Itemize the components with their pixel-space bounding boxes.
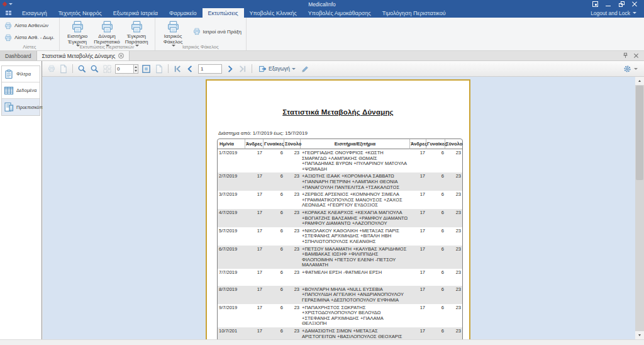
zoom-value-input[interactable] — [115, 64, 134, 74]
export-button[interactable]: Εξαγωγή — [257, 64, 297, 74]
table-header-cell: Άνδρες — [245, 139, 264, 149]
cell-total2: 23 — [445, 327, 462, 339]
cell-women: 6 — [264, 209, 284, 227]
scroll-down-button[interactable] — [635, 331, 644, 339]
tab-statistics-report[interactable]: Στατιστικά Μεταβολής Δύναμης — [37, 51, 130, 60]
table-header-cell: Εισιτήρια/Εξιτήρια — [301, 139, 410, 149]
edit-pencil-icon[interactable] — [301, 64, 310, 74]
zoom-out-icon[interactable] — [77, 64, 87, 74]
approval-extension-button[interactable]: Έγκριση Παράταση — [122, 20, 152, 47]
settings-gear-icon[interactable] — [623, 65, 631, 73]
cell-men2: 17 — [410, 327, 426, 339]
cell-women: 6 — [264, 246, 284, 269]
cell-men: 17 — [245, 269, 264, 286]
logout-and-lock-button[interactable]: Logout and Lock — [591, 8, 644, 18]
patients-list-label: Λίστα Ασθενών — [14, 23, 48, 28]
cell-date: 4/7/2019 — [218, 209, 245, 227]
medical-record-button[interactable]: Ιατρικός Φάκελος — [158, 20, 188, 47]
export-caret-icon — [292, 68, 296, 70]
spinner-down-icon[interactable] — [135, 70, 137, 72]
minimize-button[interactable] — [606, 1, 611, 7]
document-tab-strip: Dashboard Στατιστικά Μεταβολής Δύναμης — [0, 51, 644, 61]
ribbon-tab-1[interactable]: Τεχνητός Νεφρός — [53, 8, 108, 18]
cell-names: +ΠΕΤΣΟΥ ΜΑΛΑΜΑΤΗ +ΚΑΛΥΒΑΣ ΧΑΡΙΔΗΜΟΣ +ΒΑΜ… — [301, 246, 410, 269]
page-number-input[interactable] — [198, 64, 222, 74]
ribbon-tab-0[interactable]: Εισαγωγή — [16, 8, 53, 18]
cell-women2: 6 — [426, 327, 445, 339]
spinner-up-icon[interactable] — [135, 66, 137, 68]
ribbon-tab-7[interactable]: Τιμολόγηση Περιστατικού — [377, 8, 452, 18]
first-page-icon[interactable] — [173, 64, 182, 74]
ribbon-tab-4[interactable]: Εκτυπώσεις — [203, 8, 244, 18]
restore-button[interactable] — [619, 1, 625, 7]
cell-total: 23 — [284, 304, 301, 327]
page-setup-icon[interactable] — [58, 64, 68, 74]
fit-page-icon[interactable] — [142, 64, 151, 74]
ribbon-tab-3[interactable]: Φαρμακείο — [164, 8, 202, 18]
cell-date: 1/7/2019 — [218, 149, 245, 172]
table-row: 8/7/201917623+ΒΟΥΛΓΑΡΗ ΜΗΛΙΑ +NULL ΕΥΣΕΒ… — [218, 286, 462, 304]
tray-window-icon[interactable] — [592, 1, 598, 7]
zoom-in-icon[interactable] — [90, 64, 99, 74]
clipboard-icon — [4, 69, 14, 79]
cell-women2: 6 — [426, 172, 445, 191]
cell-total2: 23 — [445, 172, 462, 191]
printer-icon — [101, 20, 114, 33]
qat-dropdown-icon[interactable] — [9, 3, 13, 5]
multipage-view-icon[interactable] — [103, 64, 112, 74]
tab-dashboard-label: Dashboard — [5, 53, 31, 59]
cell-total2: 23 — [445, 209, 462, 227]
tab-close-icon[interactable] — [118, 53, 124, 59]
cell-women2: 6 — [426, 209, 445, 227]
last-page-icon[interactable] — [238, 64, 247, 74]
scroll-up-button[interactable] — [635, 77, 644, 85]
ticket-approval-button[interactable]: Εισιτήριο Έγκριση — [63, 20, 92, 47]
table-row: 6/7/201917623+ΠΕΤΣΟΥ ΜΑΛΑΜΑΤΗ +ΚΑΛΥΒΑΣ Χ… — [218, 246, 462, 269]
close-button[interactable] — [632, 1, 638, 7]
approval-extension-label: Έγκριση Παράταση — [123, 33, 151, 45]
patients-rooms-list-label: Λίστα Ασθ. - Δωμ. — [14, 35, 55, 40]
toolbar-separator — [168, 64, 169, 73]
cell-men2: 17 — [410, 209, 426, 227]
application-menu-icon[interactable] — [0, 8, 16, 18]
next-page-icon[interactable] — [225, 64, 235, 74]
side-tab-filters[interactable]: Φίλτρα — [2, 66, 40, 82]
patients-rooms-list-button[interactable]: Λίστα Ασθ. - Δωμ. — [3, 33, 56, 42]
cell-total: 23 — [284, 149, 301, 172]
close-panel-icon[interactable] — [634, 54, 639, 59]
cell-total2: 23 — [445, 149, 462, 172]
ribbon-tab-5[interactable]: Υποβολές Κλινικής — [244, 8, 303, 18]
medical-record-label: Ιατρικός Φάκελος — [159, 33, 187, 45]
table-row: 1/7/201917623+ΓΕΩΡΓΙΑΔΗΣ ΟΝΟΥΦΡΙΟΣ +ΚΩΣΤ… — [218, 149, 462, 172]
tab-dashboard[interactable]: Dashboard — [0, 51, 37, 60]
cell-total2: 23 — [445, 269, 462, 286]
pin-panel-icon[interactable] — [622, 52, 629, 59]
printer-icon — [167, 20, 180, 33]
force-incident-button[interactable]: Δύναμη Περιστατικό — [92, 20, 122, 47]
cell-women2: 6 — [426, 227, 445, 246]
vertical-scrollbar[interactable] — [635, 77, 644, 339]
settings-caret-icon[interactable] — [634, 68, 638, 70]
previous-page-icon[interactable] — [186, 64, 195, 74]
cell-date: 7/7/2019 — [218, 269, 245, 286]
cell-date: 2/7/2019 — [218, 172, 245, 191]
side-tab-data[interactable]: Δεδομένα — [2, 82, 40, 99]
cell-total2: 23 — [445, 227, 462, 246]
quick-access-toolbar[interactable] — [0, 2, 13, 6]
cell-women: 6 — [264, 149, 284, 172]
table-row: 9/7/201917623+ΠΑΠΑΧΡΗΣΤΟΣ ΣΩΚΡΑΤΗΣ +ΧΡΙΣ… — [218, 304, 462, 327]
continuous-view-icon[interactable] — [154, 64, 164, 74]
side-tab-preview[interactable]: Προεπισκόπηση — [2, 99, 40, 115]
scrollbar-thumb[interactable] — [636, 86, 643, 180]
patients-list-button[interactable]: Λίστα Ασθενών — [3, 21, 56, 30]
doctors-per-act-button[interactable]: Ιατροί ανά Πράξη — [192, 27, 243, 36]
ribbon-tab-2[interactable]: Εξωτερικά Ιατρεία — [108, 8, 164, 18]
zoom-spinner[interactable] — [115, 64, 138, 74]
cell-men: 17 — [245, 227, 264, 246]
cell-women: 6 — [264, 172, 284, 191]
print-icon[interactable] — [48, 65, 55, 72]
cell-total2: 23 — [445, 304, 462, 327]
app-logo-icon — [3, 2, 8, 7]
cell-men2: 17 — [410, 149, 426, 172]
ribbon-tab-6[interactable]: Υποβολές Αιμοκάθαρσης — [303, 8, 377, 18]
